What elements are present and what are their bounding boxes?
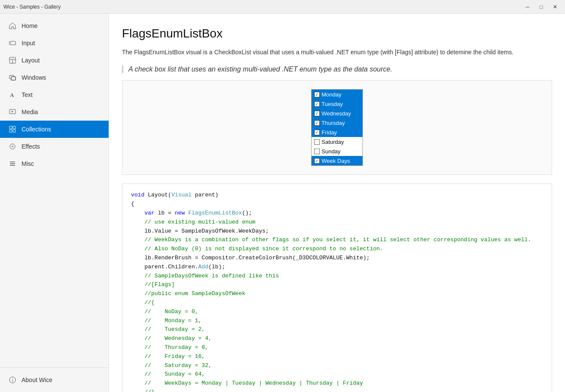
sidebar-item-windows[interactable]: Windows (0, 69, 109, 86)
window-title: Wice - Samples - Gallery (3, 4, 61, 10)
check-mark: ✓ (315, 102, 319, 106)
list-item[interactable]: ✓ Monday (312, 90, 362, 99)
code-line: // WeekDays = Monday | Tuesday | Wednesd… (131, 379, 543, 388)
checkbox-monday[interactable]: ✓ (314, 92, 320, 97)
svg-rect-12 (13, 126, 16, 129)
home-icon (9, 22, 16, 30)
code-line: //[Flags] (131, 280, 543, 289)
code-line: lb.Value = SampleDaysOfWeek.WeekDays; (131, 227, 543, 236)
about-label: About Wice (22, 376, 53, 383)
check-mark: ✓ (315, 111, 319, 116)
window-controls: ─ □ ✕ (521, 3, 562, 11)
subtitle: A check box list that uses an existing m… (122, 65, 552, 73)
code-line: // Tuesday = 2, (131, 325, 543, 334)
code-line: // Thursday = 8, (131, 343, 543, 352)
check-mark: ✓ (315, 130, 319, 135)
code-line: lb.RenderBrush = Compositor.CreateColorB… (131, 254, 543, 263)
sidebar: Home Input (0, 14, 109, 392)
checkbox-saturday[interactable] (314, 139, 320, 145)
sidebar-label-effects: Effects (22, 143, 40, 150)
sidebar-label-home: Home (22, 22, 37, 29)
list-item[interactable]: Saturday (312, 137, 362, 146)
checkbox-tuesday[interactable]: ✓ (314, 101, 320, 107)
svg-rect-11 (9, 126, 12, 129)
minimize-button[interactable]: ─ (521, 3, 534, 11)
sidebar-item-misc[interactable]: Misc (0, 155, 109, 172)
code-line: parent.Children.Add(lb); (131, 263, 543, 272)
svg-marker-10 (12, 111, 13, 112)
sidebar-item-effects[interactable]: Effects (0, 138, 109, 155)
checkbox-sunday[interactable] (314, 149, 320, 154)
media-icon (9, 108, 16, 116)
check-mark: ✓ (315, 92, 319, 97)
code-line: // Sunday = 64, (131, 370, 543, 379)
svg-text:i: i (12, 378, 13, 383)
info-icon: i (9, 376, 16, 384)
code-line: //{ (131, 299, 543, 308)
check-mark: ✓ (315, 159, 319, 163)
sidebar-item-layout[interactable]: Layout (0, 52, 109, 69)
code-line: // Also NoDay (0) is not displayed since… (131, 245, 543, 254)
code-block: void Layout(Visual parent){ var lb = new… (122, 184, 552, 392)
code-line: { (131, 200, 543, 209)
checkbox-wednesday[interactable]: ✓ (314, 111, 320, 116)
list-item[interactable]: ✓ Thursday (312, 118, 362, 128)
effects-icon (9, 143, 16, 150)
checkbox-friday[interactable]: ✓ (314, 130, 320, 135)
item-label-sunday: Sunday (322, 148, 340, 155)
windows-icon (9, 74, 16, 81)
about-wice-item[interactable]: i About Wice (9, 372, 100, 388)
svg-rect-13 (9, 130, 12, 132)
list-item[interactable]: Sunday (312, 146, 362, 156)
item-label-thursday: Thursday (322, 120, 345, 126)
sidebar-label-input: Input (22, 40, 35, 47)
title-bar: Wice - Samples - Gallery ─ □ ✕ (0, 0, 565, 14)
check-mark: ✓ (315, 121, 319, 125)
sidebar-footer: i About Wice (0, 367, 109, 392)
code-line: void Layout(Visual parent) (131, 191, 543, 200)
list-item[interactable]: ✓ Friday (312, 128, 362, 137)
close-button[interactable]: ✕ (549, 3, 562, 11)
sidebar-item-text[interactable]: A Text (0, 86, 109, 103)
item-label-weekdays: Week Days (322, 158, 350, 164)
demo-area: ✓ Monday ✓ Tuesday ✓ Wednesday (122, 80, 552, 175)
layout-icon (9, 56, 16, 64)
code-line: //} (131, 388, 543, 392)
code-line: //public enum SampleDaysOfWeek (131, 289, 543, 299)
page-title: FlagsEnumListBox (122, 27, 552, 40)
sidebar-item-media[interactable]: Media (0, 103, 109, 121)
svg-rect-6 (11, 77, 16, 80)
sidebar-item-home[interactable]: Home (0, 17, 109, 34)
code-line: // NoDay = 0, (131, 308, 543, 317)
item-label-monday: Monday (322, 91, 341, 98)
code-line: // Saturday = 32, (131, 361, 543, 370)
collections-icon (9, 125, 16, 133)
code-line: // use existing multi-valued enum (131, 218, 543, 227)
main-content: FlagsEnumListBox The FlagsEnumListBox vi… (109, 14, 565, 392)
item-label-saturday: Saturday (322, 139, 344, 145)
sidebar-label-collections: Collections (22, 126, 51, 133)
code-line: // Wednesday = 4, (131, 334, 543, 343)
list-item[interactable]: ✓ Wednesday (312, 109, 362, 118)
description: The FlagsEnumListBox visual is a CheckBo… (122, 47, 552, 57)
sidebar-label-layout: Layout (22, 57, 40, 64)
app-body: Home Input (0, 14, 565, 392)
input-icon (9, 39, 16, 47)
code-line: // Friday = 16, (131, 352, 543, 361)
item-label-tuesday: Tuesday (322, 101, 343, 107)
code-line: var lb = new FlagsEnumListBox(); (131, 209, 543, 218)
checkbox-thursday[interactable]: ✓ (314, 120, 320, 126)
code-line: // WeekDays is a combination of other fl… (131, 236, 543, 245)
sidebar-label-text: Text (22, 91, 33, 98)
sidebar-item-collections[interactable]: Collections (0, 121, 109, 138)
list-item[interactable]: ✓ Tuesday (312, 99, 362, 109)
maximize-button[interactable]: □ (535, 3, 548, 11)
list-item[interactable]: ✓ Week Days (312, 156, 362, 165)
code-line: // SampleDaysOfWeek is defined like this (131, 272, 543, 281)
checkbox-weekdays[interactable]: ✓ (314, 158, 320, 164)
code-line: // Monday = 1, (131, 317, 543, 326)
misc-icon (9, 160, 16, 168)
sidebar-item-input[interactable]: Input (0, 34, 109, 52)
item-label-wednesday: Wednesday (322, 110, 351, 117)
svg-text:A: A (10, 92, 14, 98)
